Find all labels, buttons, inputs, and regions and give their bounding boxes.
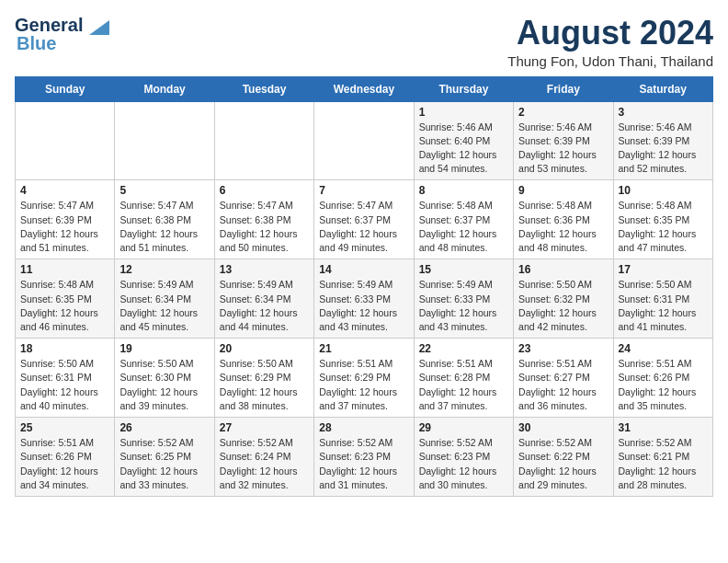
col-friday: Friday <box>514 76 613 101</box>
day-number: 25 <box>20 421 109 434</box>
day-info: Sunrise: 5:49 AM Sunset: 6:33 PM Dayligh… <box>319 278 408 334</box>
day-number: 28 <box>319 421 408 434</box>
svg-marker-0 <box>89 20 109 35</box>
day-cell: 22Sunrise: 5:51 AM Sunset: 6:28 PM Dayli… <box>414 339 513 418</box>
day-number: 17 <box>619 263 708 276</box>
logo: General Blue <box>15 15 109 54</box>
day-cell: 26Sunrise: 5:52 AM Sunset: 6:25 PM Dayli… <box>115 418 214 497</box>
col-monday: Monday <box>115 76 214 101</box>
day-cell: 29Sunrise: 5:52 AM Sunset: 6:23 PM Dayli… <box>414 418 513 497</box>
day-number: 13 <box>220 263 309 276</box>
day-number: 16 <box>518 263 608 276</box>
col-sunday: Sunday <box>16 76 115 101</box>
day-info: Sunrise: 5:46 AM Sunset: 6:39 PM Dayligh… <box>518 121 608 177</box>
day-cell: 15Sunrise: 5:49 AM Sunset: 6:33 PM Dayli… <box>414 259 513 339</box>
day-number: 6 <box>220 184 309 197</box>
day-number: 20 <box>220 342 309 355</box>
day-info: Sunrise: 5:52 AM Sunset: 6:21 PM Dayligh… <box>619 436 708 492</box>
day-info: Sunrise: 5:51 AM Sunset: 6:29 PM Dayligh… <box>319 357 408 413</box>
day-info: Sunrise: 5:47 AM Sunset: 6:38 PM Dayligh… <box>220 199 309 255</box>
day-info: Sunrise: 5:48 AM Sunset: 6:35 PM Dayligh… <box>20 278 109 334</box>
day-cell: 7Sunrise: 5:47 AM Sunset: 6:37 PM Daylig… <box>314 180 414 259</box>
week-row-1: 1Sunrise: 5:46 AM Sunset: 6:40 PM Daylig… <box>16 101 713 180</box>
day-info: Sunrise: 5:49 AM Sunset: 6:34 PM Dayligh… <box>119 278 209 334</box>
day-info: Sunrise: 5:48 AM Sunset: 6:35 PM Dayligh… <box>619 199 708 255</box>
week-row-3: 11Sunrise: 5:48 AM Sunset: 6:35 PM Dayli… <box>16 259 713 339</box>
day-number: 23 <box>518 342 608 355</box>
day-info: Sunrise: 5:48 AM Sunset: 6:37 PM Dayligh… <box>419 199 508 255</box>
title-block: August 2024 Thung Fon, Udon Thani, Thail… <box>507 15 713 69</box>
day-info: Sunrise: 5:52 AM Sunset: 6:23 PM Dayligh… <box>319 436 408 492</box>
day-cell: 13Sunrise: 5:49 AM Sunset: 6:34 PM Dayli… <box>214 259 313 339</box>
day-cell: 16Sunrise: 5:50 AM Sunset: 6:32 PM Dayli… <box>514 259 613 339</box>
day-number: 11 <box>20 263 109 276</box>
day-cell: 9Sunrise: 5:48 AM Sunset: 6:36 PM Daylig… <box>514 180 613 259</box>
day-cell: 8Sunrise: 5:48 AM Sunset: 6:37 PM Daylig… <box>414 180 513 259</box>
day-cell: 24Sunrise: 5:51 AM Sunset: 6:26 PM Dayli… <box>613 339 712 418</box>
week-row-4: 18Sunrise: 5:50 AM Sunset: 6:31 PM Dayli… <box>16 339 713 418</box>
day-number: 18 <box>20 342 109 355</box>
day-cell <box>115 101 214 180</box>
day-cell: 11Sunrise: 5:48 AM Sunset: 6:35 PM Dayli… <box>16 259 115 339</box>
logo-text: General <box>15 15 109 35</box>
day-cell: 17Sunrise: 5:50 AM Sunset: 6:31 PM Dayli… <box>613 259 712 339</box>
col-tuesday: Tuesday <box>214 76 313 101</box>
day-cell: 31Sunrise: 5:52 AM Sunset: 6:21 PM Dayli… <box>613 418 712 497</box>
day-cell: 12Sunrise: 5:49 AM Sunset: 6:34 PM Dayli… <box>115 259 214 339</box>
day-number: 29 <box>419 421 508 434</box>
calendar-table: Sunday Monday Tuesday Wednesday Thursday… <box>15 76 713 497</box>
col-thursday: Thursday <box>414 76 513 101</box>
day-info: Sunrise: 5:51 AM Sunset: 6:26 PM Dayligh… <box>20 436 109 492</box>
day-cell: 6Sunrise: 5:47 AM Sunset: 6:38 PM Daylig… <box>214 180 313 259</box>
day-info: Sunrise: 5:50 AM Sunset: 6:29 PM Dayligh… <box>220 357 309 413</box>
day-cell: 25Sunrise: 5:51 AM Sunset: 6:26 PM Dayli… <box>16 418 115 497</box>
day-number: 19 <box>119 342 209 355</box>
day-cell: 3Sunrise: 5:46 AM Sunset: 6:39 PM Daylig… <box>613 101 712 180</box>
day-cell: 2Sunrise: 5:46 AM Sunset: 6:39 PM Daylig… <box>514 101 613 180</box>
day-number: 24 <box>619 342 708 355</box>
day-cell: 10Sunrise: 5:48 AM Sunset: 6:35 PM Dayli… <box>613 180 712 259</box>
day-info: Sunrise: 5:52 AM Sunset: 6:23 PM Dayligh… <box>419 436 508 492</box>
calendar-body: 1Sunrise: 5:46 AM Sunset: 6:40 PM Daylig… <box>16 101 713 496</box>
day-cell <box>16 101 115 180</box>
day-number: 3 <box>619 106 708 119</box>
day-info: Sunrise: 5:46 AM Sunset: 6:40 PM Dayligh… <box>419 121 508 177</box>
day-info: Sunrise: 5:50 AM Sunset: 6:31 PM Dayligh… <box>619 278 708 334</box>
day-info: Sunrise: 5:47 AM Sunset: 6:39 PM Dayligh… <box>20 199 109 255</box>
day-cell: 30Sunrise: 5:52 AM Sunset: 6:22 PM Dayli… <box>514 418 613 497</box>
header-row: Sunday Monday Tuesday Wednesday Thursday… <box>16 76 713 101</box>
day-cell: 18Sunrise: 5:50 AM Sunset: 6:31 PM Dayli… <box>16 339 115 418</box>
page-header: General Blue August 2024 Thung Fon, Udon… <box>15 15 713 69</box>
day-number: 22 <box>419 342 508 355</box>
day-number: 15 <box>419 263 508 276</box>
day-cell: 27Sunrise: 5:52 AM Sunset: 6:24 PM Dayli… <box>214 418 313 497</box>
day-info: Sunrise: 5:50 AM Sunset: 6:31 PM Dayligh… <box>20 357 109 413</box>
day-cell: 1Sunrise: 5:46 AM Sunset: 6:40 PM Daylig… <box>414 101 513 180</box>
day-number: 5 <box>119 184 209 197</box>
day-number: 30 <box>518 421 608 434</box>
day-cell: 4Sunrise: 5:47 AM Sunset: 6:39 PM Daylig… <box>16 180 115 259</box>
day-cell: 23Sunrise: 5:51 AM Sunset: 6:27 PM Dayli… <box>514 339 613 418</box>
day-cell: 14Sunrise: 5:49 AM Sunset: 6:33 PM Dayli… <box>314 259 414 339</box>
day-info: Sunrise: 5:52 AM Sunset: 6:25 PM Dayligh… <box>119 436 209 492</box>
day-number: 9 <box>518 184 608 197</box>
day-cell: 19Sunrise: 5:50 AM Sunset: 6:30 PM Dayli… <box>115 339 214 418</box>
location: Thung Fon, Udon Thani, Thailand <box>507 53 713 69</box>
day-info: Sunrise: 5:52 AM Sunset: 6:22 PM Dayligh… <box>518 436 608 492</box>
week-row-2: 4Sunrise: 5:47 AM Sunset: 6:39 PM Daylig… <box>16 180 713 259</box>
day-number: 26 <box>119 421 209 434</box>
day-number: 7 <box>319 184 408 197</box>
day-cell: 28Sunrise: 5:52 AM Sunset: 6:23 PM Dayli… <box>314 418 414 497</box>
logo-blue: Blue <box>17 33 56 54</box>
day-number: 12 <box>119 263 209 276</box>
day-number: 21 <box>319 342 408 355</box>
day-info: Sunrise: 5:51 AM Sunset: 6:27 PM Dayligh… <box>518 357 608 413</box>
week-row-5: 25Sunrise: 5:51 AM Sunset: 6:26 PM Dayli… <box>16 418 713 497</box>
day-info: Sunrise: 5:50 AM Sunset: 6:32 PM Dayligh… <box>518 278 608 334</box>
day-number: 10 <box>619 184 708 197</box>
day-number: 31 <box>619 421 708 434</box>
day-info: Sunrise: 5:51 AM Sunset: 6:28 PM Dayligh… <box>419 357 508 413</box>
day-info: Sunrise: 5:48 AM Sunset: 6:36 PM Dayligh… <box>518 199 608 255</box>
day-number: 27 <box>220 421 309 434</box>
day-info: Sunrise: 5:47 AM Sunset: 6:38 PM Dayligh… <box>119 199 209 255</box>
